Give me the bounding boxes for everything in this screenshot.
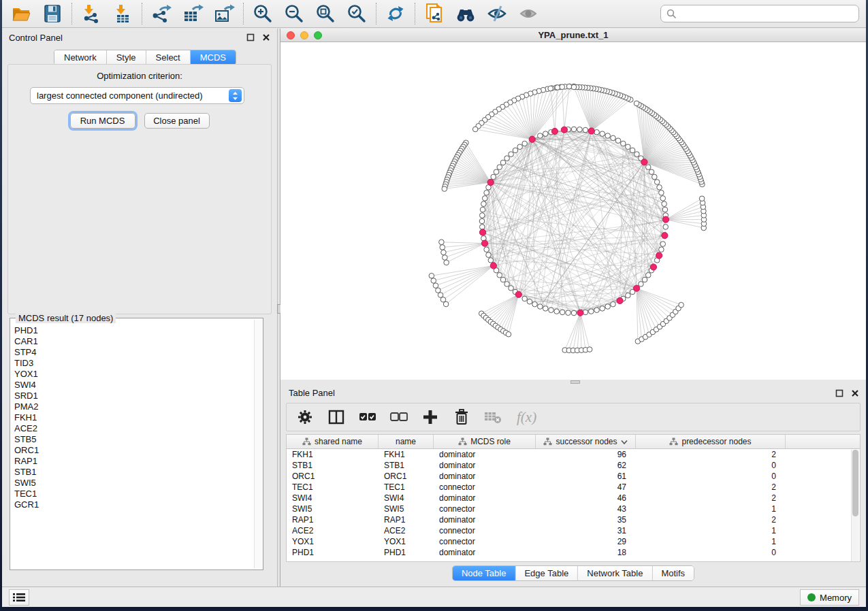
memory-status-icon — [807, 593, 816, 601]
table-settings-button[interactable] — [296, 408, 314, 426]
list-item[interactable]: CAR1 — [14, 336, 252, 347]
list-item[interactable]: STB5 — [14, 434, 252, 445]
export-image-button[interactable] — [213, 3, 235, 24]
memory-button[interactable]: Memory — [800, 589, 859, 606]
clone-network-button[interactable] — [423, 3, 445, 24]
list-item[interactable]: ORC1 — [14, 445, 252, 456]
search-input[interactable] — [681, 9, 853, 19]
column-header-successor-nodes[interactable]: successor nodes — [536, 435, 636, 448]
svg-text:f(x): f(x) — [517, 409, 536, 425]
run-mcds-button[interactable]: Run MCDS — [70, 113, 135, 129]
close-panel-button[interactable]: Close panel — [144, 113, 210, 129]
zoom-in-button[interactable] — [252, 3, 274, 24]
table-row[interactable]: FKH1FKH1dominator962 — [287, 449, 860, 460]
export-table-button[interactable] — [182, 3, 204, 24]
import-table-button[interactable] — [112, 3, 133, 24]
list-item[interactable]: TID3 — [14, 358, 252, 369]
close-panel-icon[interactable] — [261, 33, 270, 42]
deselect-all-button[interactable] — [390, 408, 408, 426]
tab-style[interactable]: Style — [107, 50, 146, 65]
table-scrollbar[interactable] — [851, 450, 859, 561]
float-panel-icon[interactable] — [835, 389, 843, 397]
delete-table-button[interactable] — [484, 408, 502, 426]
zoom-in-icon — [253, 3, 273, 24]
tab-select[interactable]: Select — [146, 50, 191, 65]
optimization-criterion-select[interactable]: largest connected component (undirected) — [30, 87, 244, 104]
table-row[interactable]: ACE2ACE2connector311 — [287, 525, 860, 536]
table-row[interactable]: SWI5SWI5connector431 — [287, 503, 860, 514]
list-item[interactable]: ACE2 — [14, 423, 252, 434]
add-row-button[interactable] — [421, 408, 439, 426]
horizontal-split-divider[interactable] — [280, 380, 866, 384]
tab-motifs[interactable]: Motifs — [652, 566, 694, 580]
scrollbar-thumb[interactable] — [852, 450, 858, 516]
close-panel-icon[interactable] — [850, 389, 859, 397]
list-item[interactable]: GCR1 — [14, 499, 252, 510]
save-session-button[interactable] — [42, 3, 63, 24]
list-item[interactable]: TEC1 — [14, 489, 252, 499]
search-field-container — [660, 5, 859, 22]
column-header-name[interactable]: name — [379, 435, 434, 448]
network-canvas[interactable] — [280, 42, 866, 380]
status-bar: Memory — [2, 587, 866, 607]
zoom-selected-button[interactable] — [346, 3, 368, 24]
show-all-button[interactable] — [517, 3, 539, 24]
delete-row-button[interactable] — [453, 408, 470, 426]
tab-mcds[interactable]: MCDS — [191, 50, 236, 65]
table-row[interactable]: RAP1RAP1dominator352 — [287, 514, 860, 525]
export-network-button[interactable] — [150, 3, 172, 24]
list-item[interactable]: FKH1 — [14, 412, 252, 423]
task-history-button[interactable] — [9, 589, 29, 606]
network-column-icon — [543, 437, 552, 446]
list-item[interactable]: SRD1 — [14, 391, 252, 401]
refresh-button[interactable] — [385, 3, 406, 24]
import-network-button[interactable] — [80, 3, 102, 24]
tab-edge-table[interactable]: Edge Table — [515, 566, 578, 580]
import-table-icon — [112, 3, 133, 24]
list-item[interactable]: SWI4 — [14, 380, 252, 391]
result-scrollbar[interactable] — [254, 320, 263, 568]
table-row[interactable]: TEC1TEC1connector472 — [287, 482, 860, 493]
mcds-result-title: MCDS result (17 nodes) — [16, 313, 116, 323]
table-row[interactable]: STB1STB1dominator620 — [287, 460, 860, 471]
table-row[interactable]: SWI4SWI4dominator462 — [287, 493, 860, 503]
list-item[interactable]: STP4 — [14, 347, 252, 358]
list-item[interactable]: YOX1 — [14, 369, 252, 380]
list-item[interactable]: PMA2 — [14, 401, 252, 412]
list-icon — [13, 593, 25, 602]
memory-label: Memory — [820, 593, 852, 603]
save-icon — [43, 4, 62, 23]
zoom-fit-button[interactable] — [315, 3, 336, 24]
table-row[interactable]: YOX1YOX1connector291 — [287, 536, 860, 547]
hide-selected-button[interactable] — [486, 3, 508, 24]
tab-network-table[interactable]: Network Table — [578, 566, 652, 580]
table-row[interactable]: PHD1PHD1dominator180 — [287, 547, 860, 558]
column-header-shared-name[interactable]: shared name — [287, 435, 379, 448]
import-network-icon — [81, 3, 101, 24]
columns-icon — [328, 410, 344, 425]
column-header-mcds-role[interactable]: MCDS role — [434, 435, 536, 448]
tab-node-table[interactable]: Node Table — [453, 566, 516, 580]
list-item[interactable]: PHD1 — [14, 325, 252, 336]
float-panel-icon[interactable] — [246, 33, 255, 42]
delete-table-icon — [484, 410, 502, 424]
divider-handle[interactable] — [570, 380, 580, 384]
list-item[interactable]: SWI5 — [14, 478, 252, 489]
column-header-predecessor-nodes[interactable]: predecessor nodes — [636, 435, 786, 448]
list-item[interactable]: RAP1 — [14, 456, 252, 467]
tab-network[interactable]: Network — [54, 50, 107, 65]
open-file-button[interactable] — [10, 3, 32, 24]
table-panel: Table Panel — [280, 384, 866, 584]
function-builder-button[interactable]: f(x) — [515, 408, 543, 426]
table-row[interactable]: ORC1ORC1dominator610 — [287, 471, 860, 482]
select-all-button[interactable] — [359, 408, 376, 426]
network-titlebar[interactable]: YPA_prune.txt_1 — [280, 29, 866, 42]
find-button[interactable] — [455, 3, 477, 24]
zoom-fit-icon — [315, 3, 336, 24]
zoom-out-button[interactable] — [283, 3, 305, 24]
list-item[interactable]: STB1 — [14, 467, 252, 478]
show-columns-button[interactable] — [327, 408, 345, 426]
clone-network-icon — [424, 3, 445, 24]
cytoscape-window: Control Panel Network Style Select MCDS … — [2, 0, 866, 607]
mcds-result-list[interactable]: PHD1 CAR1 STP4 TID3 YOX1 SWI4 SRD1 PMA2 … — [14, 325, 252, 567]
